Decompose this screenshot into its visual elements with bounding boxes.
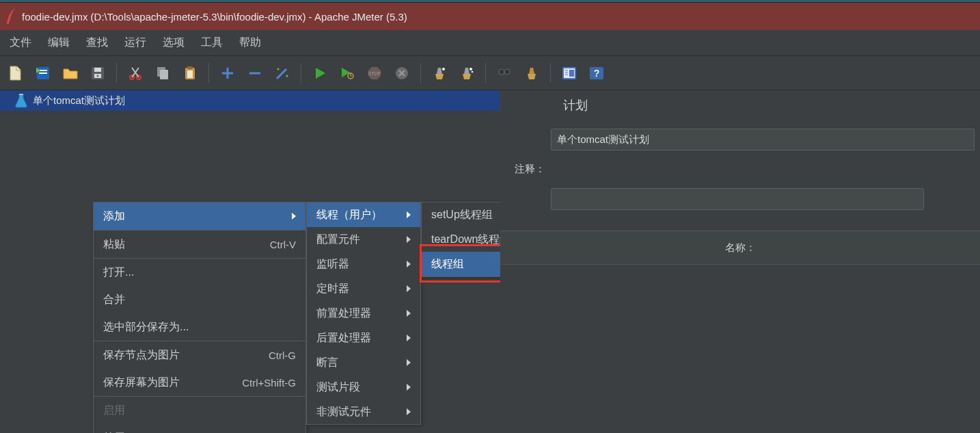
context-menu-item[interactable]: 保存屏幕为图片Ctrl+Shift-G (94, 369, 305, 396)
toolbar-separator (208, 63, 209, 83)
submenu-arrow-icon (407, 261, 411, 267)
open-folder-icon[interactable] (57, 60, 83, 86)
context-menu-label: 断言 (316, 356, 397, 370)
wand-icon[interactable] (269, 60, 295, 86)
submenu-arrow-icon (407, 285, 411, 292)
menu-options[interactable]: 选项 (154, 31, 193, 54)
save-icon[interactable] (85, 60, 111, 86)
cut-icon[interactable] (122, 60, 148, 86)
app-feather-icon (4, 8, 16, 25)
context-submenu-item[interactable]: 断言 (307, 350, 420, 375)
context-menu-label: 保存屏幕为图片 (103, 376, 228, 390)
workspace: 单个tomcat测试计划 添加粘贴Ctrl-V打开...合并选中部分保存为...… (0, 90, 980, 433)
menu-edit[interactable]: 编辑 (40, 31, 78, 54)
toolbar-separator (420, 63, 421, 83)
context-submenu-item[interactable]: 监听器 (307, 252, 420, 276)
context-menu-item[interactable]: 选中部分保存为... (94, 313, 305, 341)
templates-icon[interactable] (30, 60, 56, 86)
svg-point-27 (504, 69, 510, 75)
context-menu-label: 配置元件 (316, 233, 397, 247)
menubar: 文件 编辑 查找 运行 选项 工具 帮助 (0, 30, 980, 56)
context-menu-item[interactable]: 禁用 (94, 424, 305, 433)
context-menu-label: 非测试元件 (316, 405, 397, 419)
svg-point-25 (472, 70, 474, 73)
help-icon[interactable]: ? (584, 60, 610, 86)
context-menu-shortcut: Ctrl-V (270, 239, 296, 250)
context-submenu-item[interactable]: 定时器 (307, 276, 420, 301)
submenu-arrow-icon (292, 213, 296, 220)
menu-tools[interactable]: 工具 (193, 31, 231, 54)
svg-rect-13 (187, 70, 193, 78)
menu-run[interactable]: 运行 (116, 31, 154, 54)
new-file-icon[interactable] (3, 60, 29, 86)
function-helper-icon[interactable] (556, 60, 582, 86)
context-menu-label: 粘贴 (103, 237, 256, 252)
menu-search[interactable]: 查找 (78, 31, 116, 54)
plus-icon[interactable] (215, 60, 241, 86)
run-no-timer-icon[interactable] (334, 60, 360, 86)
context-menu-shortcut: Ctrl+Shift-G (242, 377, 296, 389)
context-menu-main[interactable]: 添加粘贴Ctrl-V打开...合并选中部分保存为...保存节点为图片Ctrl-G… (93, 202, 306, 433)
toolbar-separator (550, 63, 551, 83)
clear-all-icon[interactable] (454, 60, 480, 86)
context-menu-item[interactable]: 打开... (94, 259, 305, 286)
svg-rect-14 (187, 66, 193, 69)
paste-icon[interactable] (177, 60, 203, 86)
run-icon[interactable] (307, 60, 333, 86)
context-menu-item[interactable]: 粘贴Ctrl-V (94, 231, 305, 258)
submenu-arrow-icon (407, 384, 411, 391)
submenu-arrow-icon (407, 211, 411, 218)
vars-table-header: 名称： (500, 231, 980, 265)
context-submenu-item[interactable]: 配置元件 (307, 227, 420, 252)
tree-pane[interactable]: 单个tomcat测试计划 添加粘贴Ctrl-V打开...合并选中部分保存为...… (0, 90, 500, 433)
context-menu-label: 添加 (103, 209, 282, 224)
context-submenu-item[interactable]: 后置处理器 (307, 326, 420, 350)
comment-field[interactable] (551, 188, 924, 210)
clear-icon[interactable] (426, 60, 452, 86)
details-heading: 计划 (500, 97, 980, 114)
context-menu-label: 选中部分保存为... (103, 320, 296, 334)
svg-point-16 (286, 75, 288, 77)
submenu-arrow-icon (407, 408, 411, 415)
reset-search-icon[interactable] (519, 60, 545, 86)
context-menu-item[interactable]: 添加 (94, 202, 305, 230)
menu-help[interactable]: 帮助 (231, 31, 269, 54)
minus-icon[interactable] (242, 60, 268, 86)
context-menu-label: 禁用 (103, 431, 296, 434)
context-menu-label: 启用 (103, 404, 296, 418)
svg-point-7 (97, 75, 99, 77)
svg-point-24 (469, 68, 472, 70)
svg-rect-2 (39, 73, 47, 74)
context-menu-item[interactable]: 保存节点为图片Ctrl-G (94, 341, 305, 369)
context-menu-item[interactable]: 合并 (94, 286, 305, 313)
svg-rect-30 (569, 70, 574, 77)
copy-icon[interactable] (150, 60, 176, 86)
stop-icon[interactable]: STOP (362, 60, 387, 86)
submenu-arrow-icon (407, 334, 411, 341)
context-menu-label: 监听器 (316, 257, 397, 272)
testplan-flask-icon (14, 93, 29, 108)
name-field[interactable] (551, 129, 975, 150)
comment-label: 注释： (500, 163, 549, 176)
context-submenu-item[interactable]: 前置处理器 (307, 301, 420, 326)
tree-root-row[interactable]: 单个tomcat测试计划 (0, 90, 500, 111)
context-submenu-add[interactable]: 线程（用户）配置元件监听器定时器前置处理器后置处理器断言测试片段非测试元件 (306, 202, 421, 425)
context-submenu-item[interactable]: 非测试元件 (307, 399, 420, 424)
context-menu-label: 线程（用户） (316, 208, 397, 222)
menu-file[interactable]: 文件 (1, 31, 40, 54)
tree-root-label: 单个tomcat测试计划 (33, 94, 125, 107)
shutdown-icon[interactable] (389, 60, 415, 86)
svg-point-26 (499, 69, 504, 75)
context-submenu-item[interactable]: 线程（用户） (307, 202, 420, 227)
context-menu-label: 定时器 (316, 282, 397, 296)
context-menu-label: 后置处理器 (316, 331, 397, 345)
context-menu-item: 启用 (94, 397, 305, 424)
search-icon[interactable] (491, 60, 517, 86)
svg-marker-18 (342, 68, 350, 77)
toolbar-separator (301, 63, 301, 83)
window-title: foodie-dev.jmx (D:\Tools\apache-jmeter-5… (22, 11, 407, 23)
context-menu-label: 前置处理器 (316, 306, 397, 321)
toolbar-separator (485, 63, 486, 83)
svg-text:?: ? (594, 68, 600, 79)
context-submenu-item[interactable]: 测试片段 (307, 375, 420, 399)
